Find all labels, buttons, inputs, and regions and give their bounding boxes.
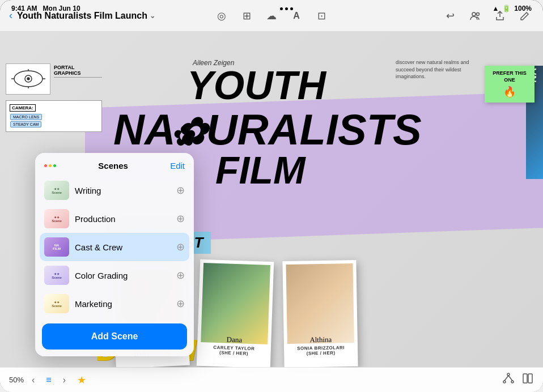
scene-item-color-grading[interactable]: ✦✦Scene Color Grading ⊕ — [40, 261, 189, 289]
wifi-icon: ▲ — [492, 5, 499, 12]
minimize-dot[interactable] — [49, 164, 52, 167]
scene-name-writing: Writing — [75, 186, 171, 195]
status-bar: 9:41 AM Mon Jun 10 ▲ 🔋 100% — [0, 0, 543, 17]
prefer-note: PREFER THIS ONE 🔥 — [485, 66, 534, 103]
left-sketch-area: PORTAL GRAPHICS CAMERA: MACRO LENS STEAD… — [6, 63, 102, 132]
scene-more-writing[interactable]: ⊕ — [176, 184, 185, 197]
scene-item-writing[interactable]: ✦✦Scene Writing ⊕ — [40, 176, 189, 204]
add-scene-button[interactable]: Add Scene — [42, 323, 187, 350]
nav-list-button[interactable]: ≡ — [43, 373, 54, 387]
window-controls — [44, 164, 56, 167]
eye-sketch — [6, 63, 50, 95]
steady-cam-tag: STEADY CAM — [10, 121, 41, 127]
svg-point-10 — [503, 381, 506, 383]
scene-name-color-grading: Color Grading — [75, 271, 171, 280]
scenes-title: Scenes — [98, 161, 128, 171]
scene-name-cast-crew: Cast & Crew — [75, 242, 171, 252]
cast-photo-2 — [201, 263, 270, 344]
macro-lens-tag: MACRO LENS — [10, 114, 42, 120]
title-youth: YOUTH — [187, 66, 326, 105]
share-tree-icon[interactable] — [502, 372, 515, 387]
scene-thumb-writing: ✦✦Scene — [44, 181, 69, 200]
toolbar-nav-left: 50% ‹ ≡ › ★ — [9, 372, 90, 389]
scenes-header: Scenes Edit — [35, 153, 194, 176]
svg-line-13 — [508, 376, 512, 381]
ipad-frame: 9:41 AM Mon Jun 10 ▲ 🔋 100% ‹ Youth Natu… — [0, 0, 543, 392]
scene-more-production[interactable]: ⊕ — [176, 212, 185, 225]
portal-label: PORTAL GRAPHICS — [54, 65, 102, 78]
nav-prev-button[interactable]: ‹ — [28, 373, 38, 387]
scene-thumb-color: ✦✦Scene — [44, 266, 69, 285]
scene-item-marketing[interactable]: ✦✦Scene Marketing ⊕ — [40, 289, 189, 318]
svg-rect-15 — [528, 374, 532, 383]
toolbar-right-icons — [502, 372, 534, 387]
cast-photo-3 — [286, 263, 354, 344]
camera-card: CAMERA: MACRO LENS STEADY CAM — [6, 100, 102, 132]
svg-rect-14 — [523, 374, 527, 383]
scenes-edit-button[interactable]: Edit — [170, 161, 185, 171]
cast-signature-2: Dana — [201, 334, 268, 346]
battery-icon: 🔋 — [502, 5, 511, 12]
cast-card-2: Dana CARLEY TAYLOR(SHE / HER) — [197, 259, 274, 368]
flower-decoration: ✿ — [173, 120, 197, 152]
zoom-level: 50% — [9, 376, 24, 384]
prefer-emoji: 🔥 — [489, 86, 530, 98]
scene-item-cast-crew[interactable]: NAFILM Cast & Crew ⊕ — [40, 233, 189, 261]
scene-thumb-cast: NAFILM — [44, 237, 69, 257]
scenes-panel: Scenes Edit ✦✦Scene Writing ⊕ ✦✦Scene — [35, 153, 194, 356]
scene-name-marketing: Marketing — [75, 299, 171, 309]
scene-thumb-marketing: ✦✦Scene — [44, 294, 69, 313]
page-view-icon[interactable] — [521, 372, 534, 387]
cast-name-3: SONIA BRIZZOLARI(SHE / HER) — [287, 345, 354, 356]
scene-more-cast-crew[interactable]: ⊕ — [176, 241, 185, 253]
close-dot[interactable] — [44, 164, 47, 167]
title-film: FILM — [215, 151, 306, 189]
svg-line-12 — [504, 376, 508, 381]
scene-item-production[interactable]: ✦✦Scene Production ⊕ — [40, 204, 189, 233]
scenes-list: ✦✦Scene Writing ⊕ ✦✦Scene Production ⊕ — [35, 176, 194, 318]
cast-name-2: CARLEY TAYLOR(SHE / HER) — [200, 344, 268, 357]
prefer-note-text: PREFER THIS ONE — [489, 70, 530, 83]
svg-point-11 — [511, 381, 514, 383]
star-button[interactable]: ★ — [74, 372, 90, 389]
bottom-toolbar: 50% ‹ ≡ › ★ — [0, 367, 543, 392]
maximize-dot[interactable] — [53, 164, 56, 167]
svg-point-9 — [507, 373, 510, 376]
scene-name-production: Production — [75, 214, 171, 224]
cast-signature-3: Althina — [287, 335, 354, 345]
nav-next-button[interactable]: › — [60, 373, 69, 387]
status-time: 9:41 AM Mon Jun 10 — [11, 5, 80, 12]
status-center-dots — [280, 7, 293, 10]
scene-thumb-production: ✦✦Scene — [44, 209, 69, 228]
scene-more-marketing[interactable]: ⊕ — [176, 297, 185, 310]
status-right: ▲ 🔋 100% — [492, 5, 532, 12]
cast-card-3: Althina SONIA BRIZZOLARI(SHE / HER) — [282, 260, 358, 368]
scene-more-color-grading[interactable]: ⊕ — [176, 269, 185, 282]
top-description: discover new natural realms and succeed … — [396, 59, 481, 80]
svg-point-4 — [27, 78, 29, 80]
